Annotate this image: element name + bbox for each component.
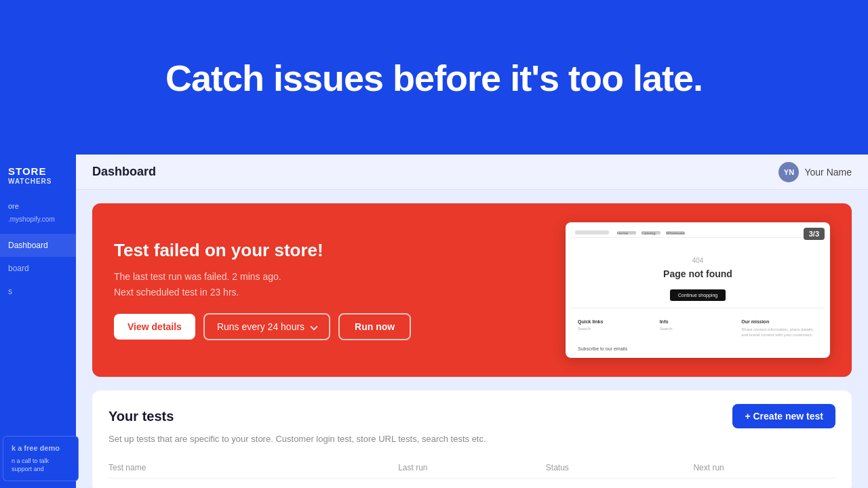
hero-section: Catch issues before it's too late. xyxy=(0,0,868,156)
fake-footer-col3: Our mission Share contact information, p… xyxy=(741,319,818,338)
fake-footer-col2-title: Info xyxy=(660,319,736,324)
sidebar-item-dashboard[interactable]: Dashboard xyxy=(0,234,76,257)
schedule-button[interactable]: Runs every 24 hours xyxy=(203,313,330,340)
free-demo-title: k a free demo xyxy=(12,443,70,453)
alert-message: The last test run was failed. 2 mins ago… xyxy=(114,269,566,300)
fake-page-not-found: Page not found xyxy=(578,268,818,279)
col-last-run: Last run xyxy=(398,463,540,472)
sidebar-item-board[interactable]: board xyxy=(0,257,76,280)
create-test-button[interactable]: + Create new test xyxy=(732,404,835,428)
fake-footer-col2-link: Search xyxy=(660,327,736,331)
tests-title: Your tests xyxy=(108,409,174,424)
alert-card: Test failed on your store! The last test… xyxy=(92,203,852,377)
fake-nav-links: Home Catalog Wholesale xyxy=(617,231,685,235)
free-demo-line1: n a call to talk xyxy=(12,457,70,466)
alert-left: Test failed on your store! The last test… xyxy=(114,240,566,340)
fake-logo xyxy=(575,230,609,235)
alert-message-line1: The last test run was failed. 2 mins ago… xyxy=(114,269,566,284)
preview-inner: Home Catalog Wholesale 404 Page not foun… xyxy=(566,222,830,358)
fake-404: 404 xyxy=(578,257,818,264)
alert-actions: View details Runs every 24 hours Run now xyxy=(114,313,566,340)
tests-table-header: Test name Last run Status Next run xyxy=(108,458,835,479)
topbar-user: YN Your Name xyxy=(778,162,852,182)
sidebar: STORE WATCHERS ore .myshopify.com Dashbo… xyxy=(0,155,76,488)
tests-header: Your tests + Create new test xyxy=(108,404,835,428)
fake-footer-col1-title: Quick links xyxy=(578,319,654,324)
preview-badge: 3/3 xyxy=(804,228,825,240)
fake-footer-col3-text: Share contact information, place details… xyxy=(741,327,818,338)
sidebar-item-s[interactable]: s xyxy=(0,280,76,303)
fake-nav-catalog: Catalog xyxy=(642,231,660,235)
fake-footer-col3-title: Our mission xyxy=(741,319,818,324)
fake-nav-home: Home xyxy=(617,231,636,235)
fake-nav-wholesale: Wholesale xyxy=(666,231,685,235)
fake-footer-col1-link: Search xyxy=(578,327,654,331)
user-name: Your Name xyxy=(804,167,852,178)
free-demo-line2: support and xyxy=(12,465,70,474)
fake-nav: Home Catalog Wholesale xyxy=(571,228,825,238)
fake-error-section: 404 Page not found Continue shopping xyxy=(571,243,825,308)
fake-footer: Quick links Search Info Search Our missi… xyxy=(571,308,825,344)
col-status: Status xyxy=(546,463,688,472)
topbar: Dashboard YN Your Name xyxy=(76,155,868,190)
tests-subtitle: Set up tests that are specific to your s… xyxy=(108,434,835,444)
sidebar-store-name: ore xyxy=(0,197,76,216)
alert-message-line2: Next scheduled test in 23 hrs. xyxy=(114,285,566,300)
app-window: STORE WATCHERS ore .myshopify.com Dashbo… xyxy=(0,155,868,488)
fake-continue-btn: Continue shopping xyxy=(670,289,726,301)
tests-section: Your tests + Create new test Set up test… xyxy=(92,390,852,488)
view-details-button[interactable]: View details xyxy=(114,314,195,340)
fake-subscribe: Subscribe to our emails xyxy=(571,344,825,354)
topbar-title: Dashboard xyxy=(92,165,156,179)
user-avatar: YN xyxy=(778,162,799,182)
free-demo-popup: k a free demo n a call to talk support a… xyxy=(3,436,79,481)
sidebar-logo: STORE WATCHERS xyxy=(0,155,76,197)
hero-title: Catch issues before it's too late. xyxy=(165,57,703,99)
alert-title: Test failed on your store! xyxy=(114,240,566,261)
main-content: Test failed on your store! The last test… xyxy=(76,190,868,488)
col-test-name: Test name xyxy=(108,463,393,472)
schedule-label: Runs every 24 hours xyxy=(217,321,304,332)
run-now-button[interactable]: Run now xyxy=(338,313,411,340)
col-next-run: Next run xyxy=(693,463,835,472)
fake-footer-col1: Quick links Search xyxy=(578,319,654,338)
fake-footer-col2: Info Search xyxy=(660,319,736,338)
sidebar-store-url: .myshopify.com xyxy=(0,216,76,234)
screenshot-preview: 3/3 Home Catalog Wholesale 404 xyxy=(566,222,830,358)
chevron-down-icon xyxy=(310,323,317,330)
